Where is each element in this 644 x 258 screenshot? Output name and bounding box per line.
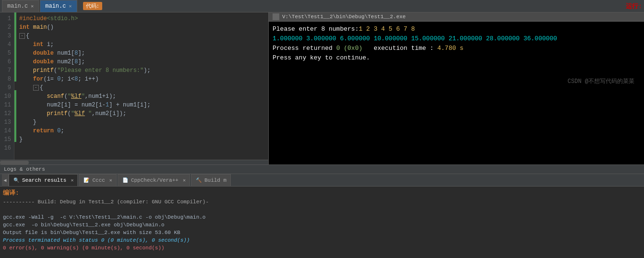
terminal-icon (273, 13, 279, 20)
code-area: 1 2 3 4 5 6 7 8 9 10 11 12 13 14 15 16 (0, 12, 268, 160)
close-cppcheck-tab[interactable]: ✕ (183, 177, 186, 183)
tab-label: main.c (7, 3, 28, 10)
bottom-nav-left[interactable]: ◀ (2, 174, 9, 187)
code-line-12: printf("%lf ",num2[i]); (19, 109, 265, 118)
code-line-2: int main() (19, 23, 265, 32)
terminal-line-2: 1.000000 3.000000 6.000000 10.000000 15.… (273, 34, 640, 44)
close-tab-2[interactable]: ✕ (69, 3, 72, 9)
build-icon: 🔨 (195, 177, 202, 184)
code-line-15: } (19, 135, 265, 144)
code-line-11: num2[i] = num2[i-1] + num1[i]; (19, 101, 265, 109)
main-area: 1 2 3 4 5 6 7 8 9 10 11 12 13 14 15 16 (0, 12, 644, 164)
top-tab-bar: main.c ✕ main.c ✕ 代码: 运行: (0, 0, 644, 12)
run-label: 运行: (626, 2, 642, 11)
cccc-tab-label: Cccc (92, 177, 105, 183)
build-line-7: 0 error(s), 0 warning(s) (0 minute(s), 0… (3, 244, 641, 252)
tab-code-label: 代码: (78, 0, 107, 12)
bottom-tab-cccc[interactable]: 📝 Cccc ✕ (79, 174, 116, 186)
cppcheck-icon: 📄 (122, 177, 129, 184)
code-line-8: for(i= 0; i<8; i++) (19, 75, 265, 83)
terminal-line-1: Please enter 8 numbers:1 2 3 4 5 6 7 8 (273, 24, 640, 34)
code-line-13: } (19, 118, 265, 127)
code-line-1: #include<stdio.h> (19, 14, 265, 23)
terminal-titlebar: V:\Test\Test1__2\bin\Debug\Test1__2.exe (269, 12, 644, 22)
search-tab-label: Search results (22, 177, 66, 183)
build-line-2 (3, 206, 641, 213)
close-tab-1[interactable]: ✕ (31, 3, 34, 9)
search-icon: 🔍 (13, 177, 20, 184)
terminal-pane: V:\Test\Test1__2\bin\Debug\Test1__2.exe … (269, 12, 644, 164)
build-line-5: Output file is bin\Debug\Test1__2.exe wi… (3, 229, 641, 236)
tab-label: main.c (45, 3, 66, 10)
code-line-10: scanf("%lf",num1+i); (19, 92, 265, 101)
cccc-icon: 📝 (83, 177, 90, 184)
bottom-tab-build[interactable]: 🔨 Build m (191, 174, 231, 186)
build-label: 编译: (3, 188, 641, 197)
code-line-14: return 0; (19, 127, 265, 135)
terminal-title: V:\Test\Test1__2\bin\Debug\Test1__2.exe (282, 14, 405, 20)
terminal-line-4: Press any key to continue. (273, 53, 640, 63)
cppcheck-tab-label: CppCheck/Vera++ (131, 177, 179, 183)
code-content[interactable]: #include<stdio.h> int main() -{ int i; d… (16, 12, 268, 160)
bottom-tab-cppcheck[interactable]: 📄 CppCheck/Vera++ ✕ (118, 174, 190, 186)
tab-main-c-2[interactable]: main.c ✕ (40, 0, 77, 12)
code-chip: 代码: (83, 2, 103, 10)
code-line-9: -{ (19, 83, 265, 92)
bottom-content: 编译: ---------- Build: Debug in Test1__2 … (0, 187, 644, 258)
terminal-content: Please enter 8 numbers:1 2 3 4 5 6 7 8 1… (269, 22, 644, 164)
editor-pane: 1 2 3 4 5 6 7 8 9 10 11 12 13 14 15 16 (0, 12, 269, 164)
horizontal-scrollbar[interactable] (0, 160, 268, 164)
code-line-4: int i; (19, 40, 265, 49)
close-search-tab[interactable]: ✕ (71, 177, 73, 183)
bottom-panel-header: Logs & others (0, 165, 644, 174)
build-line-6: Process terminated with status 0 (0 minu… (3, 236, 641, 244)
bottom-panel: Logs & others ◀ 🔍 Search results ✕ 📝 Ccc… (0, 164, 644, 258)
scrollbar-thumb[interactable] (0, 161, 29, 164)
csdn-watermark: CSDN @不想写代码的菜菜 (568, 77, 634, 85)
line-numbers: 1 2 3 4 5 6 7 8 9 10 11 12 13 14 15 16 (0, 12, 14, 160)
code-line-16 (19, 144, 265, 152)
bottom-tab-search-results[interactable]: 🔍 Search results ✕ (9, 174, 78, 186)
build-line-3: gcc.exe -Wall -g -c V:\Test\Test1__2\mai… (3, 213, 641, 221)
build-line-4: gcc.exe -o bin\Debug\Test1__2.exe obj\De… (3, 221, 641, 229)
build-line-1: ---------- Build: Debug in Test1__2 (com… (3, 198, 641, 206)
close-cccc-tab[interactable]: ✕ (109, 177, 112, 183)
code-line-3: -{ (19, 32, 265, 40)
tab-main-c-1[interactable]: main.c ✕ (2, 0, 39, 12)
code-line-6: double num2[8]; (19, 58, 265, 66)
code-line-7: printf("Please enter 8 numbers:"); (19, 66, 265, 75)
code-line-5: double num1[8]; (19, 49, 265, 58)
build-tab-label: Build m (204, 177, 227, 183)
terminal-line-3: Process returned 0 (0x0) execution time … (273, 44, 640, 53)
bottom-tabs: ◀ 🔍 Search results ✕ 📝 Cccc ✕ 📄 CppCheck… (0, 174, 644, 187)
